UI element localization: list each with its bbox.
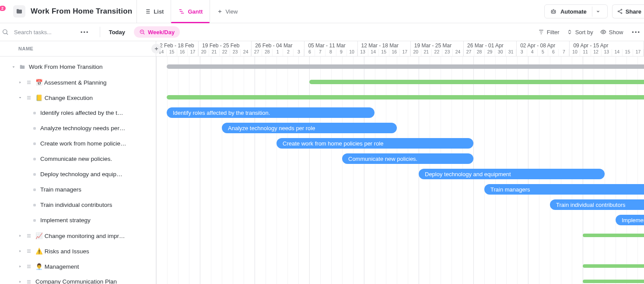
expand-toggle[interactable]	[0, 80, 25, 85]
tree-group[interactable]: Work From Home Transition	[0, 59, 156, 75]
task-bar[interactable]: Analyze technology needs per role	[222, 123, 397, 133]
add-row-button[interactable]: ＋	[151, 44, 161, 53]
toolbar-more-icon[interactable]: •••	[630, 29, 642, 36]
task-bullet	[33, 219, 36, 222]
tab-list-label: List	[154, 8, 164, 15]
tree-group[interactable]: ⚠️ Risks and Issues	[0, 243, 156, 259]
tab-gantt[interactable]: Gantt	[171, 0, 210, 23]
list-icon	[25, 79, 33, 85]
zoom-chip[interactable]: Week/Day	[134, 26, 180, 38]
expand-toggle[interactable]	[0, 234, 25, 238]
gantt-pane[interactable]: 2 Feb - 18 Feb1415161719 Feb - 25 Feb202…	[156, 41, 644, 284]
tree-group[interactable]: 📅 Assessment & Planning	[0, 75, 156, 90]
share-button[interactable]: Share	[612, 4, 644, 18]
svg-point-3	[621, 9, 622, 10]
gantt-row	[156, 274, 644, 284]
task-bar[interactable]: Train managers	[484, 184, 644, 195]
gantt-row: Create work from home policies per role	[156, 136, 644, 151]
day-header: 6	[304, 49, 315, 56]
page-title[interactable]: Work From Home Transition	[31, 7, 132, 16]
automate-button[interactable]: Automate	[544, 4, 608, 18]
gantt-row: Analyze technology needs per role	[156, 121, 644, 136]
summary-bar[interactable]	[583, 234, 644, 237]
task-item[interactable]: Deploy technology and equip…	[0, 167, 156, 182]
task-item[interactable]: Implement strategy	[0, 213, 156, 228]
summary-bar[interactable]	[167, 64, 644, 69]
show-button[interactable]: Show	[600, 29, 623, 36]
filter-label: Filter	[547, 29, 560, 36]
task-item[interactable]: Train managers	[0, 182, 156, 197]
task-item[interactable]: Create work from home policie…	[0, 136, 156, 151]
summary-bar[interactable]	[167, 95, 644, 99]
week-header: 19 Feb - 25 Feb2021222324	[199, 41, 252, 56]
svg-point-5	[621, 13, 622, 14]
task-item[interactable]: Analyze technology needs per…	[0, 121, 156, 136]
more-icon[interactable]: •••	[79, 29, 91, 36]
task-bullet	[33, 112, 36, 114]
day-header: 13	[358, 49, 368, 56]
folder-icon	[18, 64, 26, 70]
tree-group[interactable]: 📈 Change monitoring and impr…	[0, 228, 156, 243]
summary-bar[interactable]	[583, 280, 644, 283]
summary-bar[interactable]	[583, 264, 644, 268]
task-bar-label: Communicate new policies.	[348, 156, 417, 162]
eye-icon	[600, 29, 606, 35]
expand-toggle[interactable]	[0, 264, 25, 269]
tree-item-label: Deploy technology and equip…	[40, 171, 122, 178]
tree-group[interactable]: Company Communication Plan	[0, 274, 156, 284]
task-bar[interactable]: Identify roles affected by the transitio…	[167, 107, 374, 118]
day-header: 1	[273, 49, 283, 56]
automate-caret[interactable]	[592, 7, 604, 17]
tree-group[interactable]: 👨‍💼 Management	[0, 259, 156, 274]
day-header: 9	[336, 49, 347, 56]
tree-item-label: 📅 Assessment & Planning	[35, 79, 107, 86]
search-input[interactable]	[13, 28, 74, 36]
task-bar[interactable]: Create work from home policies per role	[276, 138, 473, 149]
zoom-label: Week/Day	[148, 29, 175, 36]
day-header: 28	[474, 49, 485, 56]
task-bar[interactable]: Implement strategy	[616, 215, 644, 225]
sort-icon	[567, 29, 573, 35]
task-item[interactable]: Identify roles affected by the t…	[0, 105, 156, 121]
folder-button[interactable]	[13, 5, 25, 18]
task-bar-label: Train managers	[490, 186, 530, 193]
today-button[interactable]: Today	[109, 29, 125, 36]
gantt-row: Identify roles affected by the transitio…	[156, 105, 644, 121]
filter-button[interactable]: Filter	[538, 29, 560, 36]
day-header: 7	[559, 49, 569, 56]
day-header: 20	[411, 49, 421, 56]
task-bar[interactable]: Train individual contributors	[550, 199, 644, 210]
task-item[interactable]: Train individual contributors	[0, 197, 156, 213]
day-header: 16	[389, 49, 400, 56]
day-header: 27	[252, 49, 262, 56]
sort-button[interactable]: Sort by	[567, 29, 593, 36]
week-header: 26 Feb - 04 Mar2728123	[252, 41, 304, 56]
task-item[interactable]: Communicate new policies.	[0, 151, 156, 167]
expand-toggle[interactable]	[0, 280, 25, 284]
summary-bar[interactable]	[309, 80, 644, 84]
tree-group[interactable]: 📒 Change Execution	[0, 90, 156, 105]
notification-badge[interactable]: 2	[2, 8, 8, 14]
tree-item-label: Analyze technology needs per…	[40, 125, 125, 131]
tab-list[interactable]: List	[136, 0, 171, 23]
toolbar-left: ••• Today Week/Day	[2, 26, 180, 38]
expand-toggle[interactable]	[0, 65, 18, 69]
expand-toggle[interactable]	[0, 249, 25, 253]
task-bullet	[33, 158, 36, 160]
task-bar[interactable]: Communicate new policies.	[342, 153, 473, 164]
task-tree: Work From Home Transition📅 Assessment & …	[0, 57, 156, 284]
day-header: 29	[485, 49, 495, 56]
day-header: 2	[283, 49, 294, 56]
gantt-body[interactable]: Identify roles affected by the transitio…	[156, 57, 644, 284]
expand-toggle[interactable]	[0, 96, 25, 100]
tree-item-label: Implement strategy	[40, 217, 91, 224]
day-header: 24	[241, 49, 251, 56]
gantt-icon	[178, 8, 185, 15]
day-header: 3	[294, 49, 304, 56]
task-bar[interactable]: Deploy technology and equipment	[419, 169, 605, 179]
tab-add-view[interactable]: ＋ View	[210, 0, 245, 23]
tree-item-label: 👨‍💼 Management	[35, 263, 79, 270]
week-label: 26 Mar - 01 Apr	[464, 41, 516, 49]
day-header: 30	[495, 49, 506, 56]
task-bullet	[33, 173, 36, 176]
